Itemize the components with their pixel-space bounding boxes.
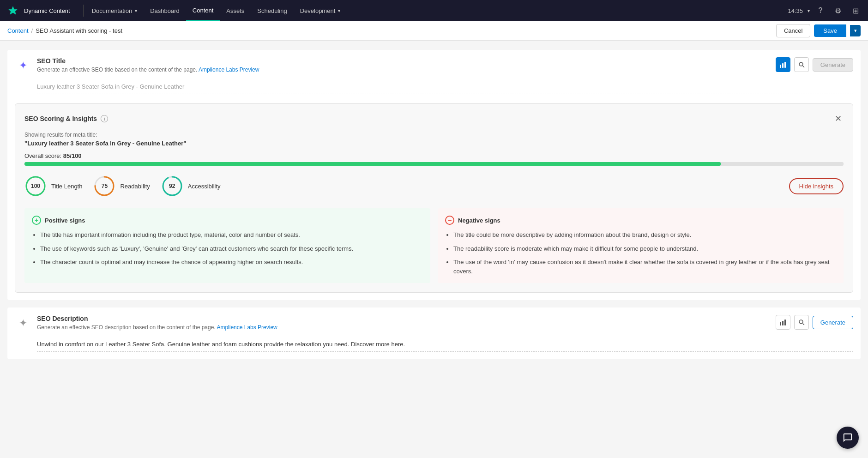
svg-rect-14	[784, 319, 786, 325]
info-icon[interactable]: i	[101, 115, 108, 122]
seo-scoring-panel: SEO Scoring & Insights i ✕ Showing resul…	[15, 103, 853, 293]
score-circle-title-length: 100	[24, 175, 47, 197]
seo-sparkle-icon: ✦	[15, 57, 31, 74]
positive-sign-item-1: The title has important information incl…	[40, 230, 423, 240]
svg-line-16	[802, 324, 804, 325]
amplience-labs-preview-link[interactable]: Amplience Labs Preview	[199, 66, 259, 73]
score-item-title-length: 100 Title Length	[24, 175, 82, 197]
seo-title-description: Generate an effective SEO title based on…	[37, 66, 770, 73]
seo-desc-input-area: Unwind in comfort on our Leather 3 Seate…	[37, 337, 853, 352]
chat-button[interactable]	[837, 427, 859, 449]
score-item-readability: 75 Readability	[93, 175, 150, 197]
save-dropdown-button[interactable]: ▾	[850, 25, 861, 36]
svg-rect-12	[780, 322, 781, 325]
negative-sign-icon: −	[445, 216, 454, 225]
negative-sign-item-3: The use of the word 'in' may cause confu…	[453, 258, 836, 276]
time-chevron-icon[interactable]: ▾	[808, 8, 810, 13]
title-length-score: 100	[31, 183, 40, 189]
save-button[interactable]: Save	[814, 24, 846, 37]
positive-signs-section: + Positive signs The title has important…	[24, 208, 430, 283]
accessibility-label: Accessibility	[188, 183, 221, 190]
seo-desc-label: SEO Description	[37, 315, 770, 322]
svg-line-5	[802, 66, 804, 68]
positive-signs-header: + Positive signs	[32, 216, 423, 225]
seo-title-label: SEO Title	[37, 57, 770, 65]
window-icon-button[interactable]: ⊞	[849, 4, 862, 18]
positive-sign-icon: +	[32, 216, 41, 225]
topnav-right-area: 14:35 ▾ ? ⚙ ⊞	[788, 4, 862, 18]
breadcrumb-parent-link[interactable]: Content	[7, 27, 29, 34]
seo-desc-input-value[interactable]: Unwind in comfort on our Leather 3 Seate…	[37, 337, 853, 352]
positive-signs-label: Positive signs	[45, 217, 85, 224]
accessibility-score: 92	[169, 183, 175, 189]
nav-item-scheduling[interactable]: Scheduling	[251, 0, 293, 21]
svg-marker-0	[9, 6, 17, 14]
overall-score-label: Overall score: 85/100	[24, 152, 844, 159]
chart-icon-button[interactable]	[776, 57, 790, 72]
score-circle-readability: 75	[93, 175, 115, 197]
panel-header: SEO Scoring & Insights i ✕	[24, 113, 844, 124]
title-length-label: Title Length	[51, 183, 82, 190]
nav-item-development[interactable]: Development ▾	[294, 0, 347, 21]
showing-results-label: Showing results for meta title:	[24, 132, 844, 138]
meta-title-display: "Luxury leather 3 Seater Sofa in Grey - …	[24, 140, 844, 147]
nav-item-documentation[interactable]: Documentation ▾	[85, 0, 144, 21]
positive-sign-item-2: The use of keywords such as 'Luxury', 'G…	[40, 244, 423, 253]
seo-title-section: ✦ SEO Title Generate an effective SEO ti…	[7, 50, 861, 300]
seo-desc-header: ✦ SEO Description Generate an effective …	[15, 315, 853, 331]
chevron-down-icon: ▾	[135, 8, 137, 13]
nav-item-assets[interactable]: Assets	[220, 0, 251, 21]
signs-grid: + Positive signs The title has important…	[24, 208, 844, 283]
readability-label: Readability	[120, 183, 150, 190]
svg-point-15	[799, 320, 803, 324]
close-panel-button[interactable]: ✕	[832, 113, 844, 124]
breadcrumb-separator: /	[31, 27, 33, 34]
seo-desc-info: SEO Description Generate an effective SE…	[37, 315, 770, 331]
breadcrumb-current-page: SEO Assistant with scoring - test	[36, 27, 122, 34]
desc-search-icon-button[interactable]	[794, 315, 809, 330]
breadcrumb-actions: Cancel Save ▾	[776, 24, 861, 37]
svg-rect-1	[780, 65, 781, 68]
score-circle-accessibility: 92	[161, 175, 183, 197]
chevron-down-icon: ▾	[338, 8, 340, 13]
score-circles-row: 100 Title Length 75 Readability	[24, 175, 844, 197]
score-item-accessibility: 92 Accessibility	[161, 175, 221, 197]
nav-separator	[83, 5, 84, 17]
breadcrumb: Content / SEO Assistant with scoring - t…	[7, 27, 122, 34]
negative-signs-list: The title could be more descriptive by a…	[445, 230, 836, 276]
cancel-button[interactable]: Cancel	[776, 24, 810, 37]
seo-desc-description: Generate an effective SEO description ba…	[37, 324, 770, 331]
svg-rect-13	[782, 321, 784, 325]
search-icon-button[interactable]	[794, 57, 809, 72]
help-icon-button[interactable]: ?	[814, 4, 827, 18]
hide-insights-button[interactable]: Hide insights	[789, 178, 844, 194]
seo-desc-actions: Generate	[776, 315, 853, 330]
nav-item-dashboard[interactable]: Dashboard	[144, 0, 186, 21]
seo-desc-sparkle-icon: ✦	[15, 315, 31, 331]
seo-title-input-value[interactable]: Luxury leather 3 Seater Sofa in Grey - G…	[37, 79, 853, 94]
settings-icon-button[interactable]: ⚙	[831, 4, 845, 18]
seo-title-info: SEO Title Generate an effective SEO titl…	[37, 57, 770, 73]
nav-item-content[interactable]: Content	[186, 0, 220, 21]
breadcrumb-bar: Content / SEO Assistant with scoring - t…	[0, 21, 868, 41]
seo-title-actions: Generate	[776, 57, 853, 72]
generate-button[interactable]: Generate	[813, 58, 853, 72]
clock-display: 14:35	[788, 7, 803, 14]
negative-signs-label: Negative signs	[458, 217, 500, 224]
panel-title: SEO Scoring & Insights i	[24, 115, 108, 122]
positive-sign-item-3: The character count is optimal and may i…	[40, 258, 423, 267]
seo-title-input-area: Luxury leather 3 Seater Sofa in Grey - G…	[37, 79, 853, 94]
seo-desc-preview-link[interactable]: Amplience Labs Preview	[217, 324, 277, 331]
svg-point-4	[799, 62, 803, 66]
negative-signs-header: − Negative signs	[445, 216, 836, 225]
desc-chart-icon-button[interactable]	[776, 315, 790, 330]
app-title: Dynamic Content	[24, 7, 70, 14]
readability-score: 75	[102, 183, 108, 189]
negative-sign-item-2: The readability score is moderate which …	[453, 244, 836, 253]
seo-description-section: ✦ SEO Description Generate an effective …	[7, 307, 861, 359]
overall-score-value: 85/100	[63, 152, 82, 159]
positive-signs-list: The title has important information incl…	[32, 230, 423, 267]
top-navigation: Dynamic Content Documentation ▾ Dashboar…	[0, 0, 868, 21]
app-logo[interactable]	[6, 3, 20, 18]
desc-generate-button[interactable]: Generate	[813, 316, 853, 329]
